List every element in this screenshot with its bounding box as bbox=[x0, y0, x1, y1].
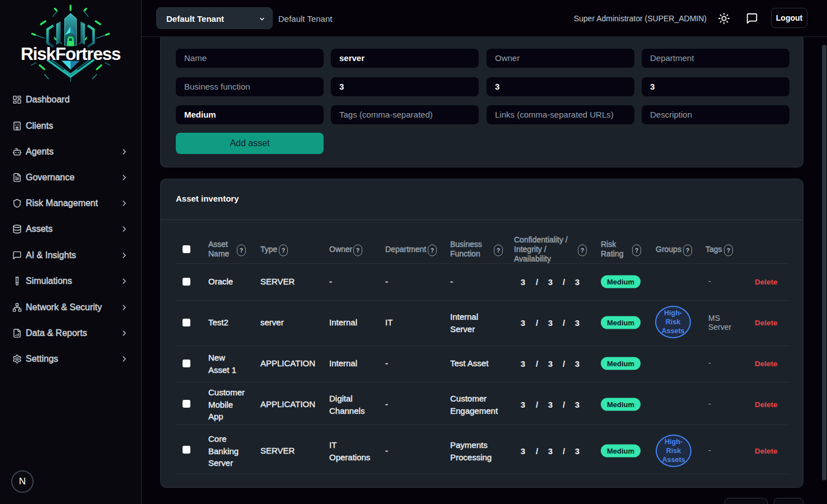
svg-text:RiskFortress: RiskFortress bbox=[21, 44, 121, 64]
